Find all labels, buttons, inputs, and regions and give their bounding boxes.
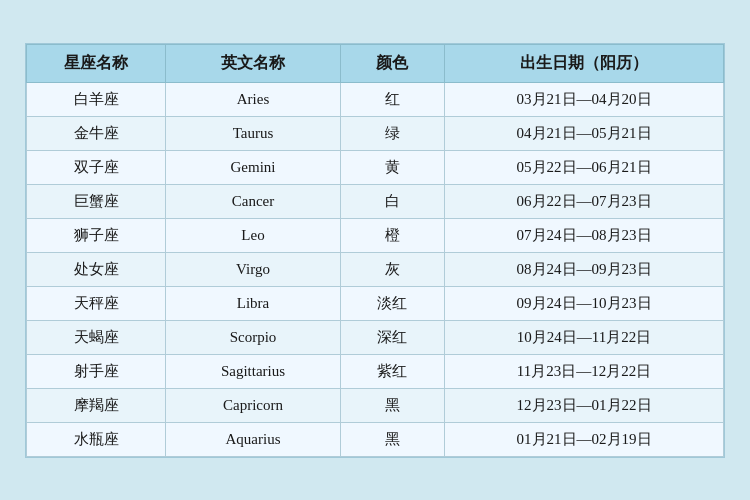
table-row: 处女座Virgo灰08月24日—09月23日 bbox=[27, 252, 724, 286]
cell-en: Cancer bbox=[166, 184, 340, 218]
table-row: 巨蟹座Cancer白06月22日—07月23日 bbox=[27, 184, 724, 218]
cell-color: 灰 bbox=[340, 252, 445, 286]
cell-date: 03月21日—04月20日 bbox=[445, 82, 724, 116]
header-zh: 星座名称 bbox=[27, 44, 166, 82]
table-row: 金牛座Taurus绿04月21日—05月21日 bbox=[27, 116, 724, 150]
cell-color: 黑 bbox=[340, 388, 445, 422]
cell-color: 绿 bbox=[340, 116, 445, 150]
cell-en: Taurus bbox=[166, 116, 340, 150]
cell-zh: 天秤座 bbox=[27, 286, 166, 320]
cell-zh: 射手座 bbox=[27, 354, 166, 388]
cell-date: 08月24日—09月23日 bbox=[445, 252, 724, 286]
cell-zh: 狮子座 bbox=[27, 218, 166, 252]
cell-date: 09月24日—10月23日 bbox=[445, 286, 724, 320]
cell-zh: 摩羯座 bbox=[27, 388, 166, 422]
cell-color: 黄 bbox=[340, 150, 445, 184]
table-row: 水瓶座Aquarius黑01月21日—02月19日 bbox=[27, 422, 724, 456]
cell-en: Aries bbox=[166, 82, 340, 116]
cell-color: 深红 bbox=[340, 320, 445, 354]
cell-en: Leo bbox=[166, 218, 340, 252]
cell-en: Libra bbox=[166, 286, 340, 320]
header-en: 英文名称 bbox=[166, 44, 340, 82]
header-color: 颜色 bbox=[340, 44, 445, 82]
cell-color: 黑 bbox=[340, 422, 445, 456]
table-row: 白羊座Aries红03月21日—04月20日 bbox=[27, 82, 724, 116]
cell-color: 橙 bbox=[340, 218, 445, 252]
cell-zh: 巨蟹座 bbox=[27, 184, 166, 218]
cell-date: 06月22日—07月23日 bbox=[445, 184, 724, 218]
cell-date: 04月21日—05月21日 bbox=[445, 116, 724, 150]
table-header-row: 星座名称 英文名称 颜色 出生日期（阳历） bbox=[27, 44, 724, 82]
table-row: 射手座Sagittarius紫红11月23日—12月22日 bbox=[27, 354, 724, 388]
cell-en: Gemini bbox=[166, 150, 340, 184]
cell-en: Scorpio bbox=[166, 320, 340, 354]
cell-date: 11月23日—12月22日 bbox=[445, 354, 724, 388]
cell-en: Virgo bbox=[166, 252, 340, 286]
cell-en: Capricorn bbox=[166, 388, 340, 422]
table-row: 天蝎座Scorpio深红10月24日—11月22日 bbox=[27, 320, 724, 354]
cell-date: 10月24日—11月22日 bbox=[445, 320, 724, 354]
cell-zh: 金牛座 bbox=[27, 116, 166, 150]
cell-date: 01月21日—02月19日 bbox=[445, 422, 724, 456]
cell-en: Sagittarius bbox=[166, 354, 340, 388]
cell-date: 07月24日—08月23日 bbox=[445, 218, 724, 252]
zodiac-table: 星座名称 英文名称 颜色 出生日期（阳历） 白羊座Aries红03月21日—04… bbox=[26, 44, 724, 457]
header-date: 出生日期（阳历） bbox=[445, 44, 724, 82]
table-row: 双子座Gemini黄05月22日—06月21日 bbox=[27, 150, 724, 184]
table-row: 摩羯座Capricorn黑12月23日—01月22日 bbox=[27, 388, 724, 422]
cell-zh: 双子座 bbox=[27, 150, 166, 184]
cell-zh: 处女座 bbox=[27, 252, 166, 286]
cell-color: 红 bbox=[340, 82, 445, 116]
cell-date: 05月22日—06月21日 bbox=[445, 150, 724, 184]
table-row: 天秤座Libra淡红09月24日—10月23日 bbox=[27, 286, 724, 320]
cell-color: 紫红 bbox=[340, 354, 445, 388]
cell-zh: 白羊座 bbox=[27, 82, 166, 116]
cell-en: Aquarius bbox=[166, 422, 340, 456]
cell-color: 淡红 bbox=[340, 286, 445, 320]
cell-color: 白 bbox=[340, 184, 445, 218]
cell-zh: 水瓶座 bbox=[27, 422, 166, 456]
cell-date: 12月23日—01月22日 bbox=[445, 388, 724, 422]
cell-zh: 天蝎座 bbox=[27, 320, 166, 354]
table-row: 狮子座Leo橙07月24日—08月23日 bbox=[27, 218, 724, 252]
zodiac-table-container: 星座名称 英文名称 颜色 出生日期（阳历） 白羊座Aries红03月21日—04… bbox=[25, 43, 725, 458]
